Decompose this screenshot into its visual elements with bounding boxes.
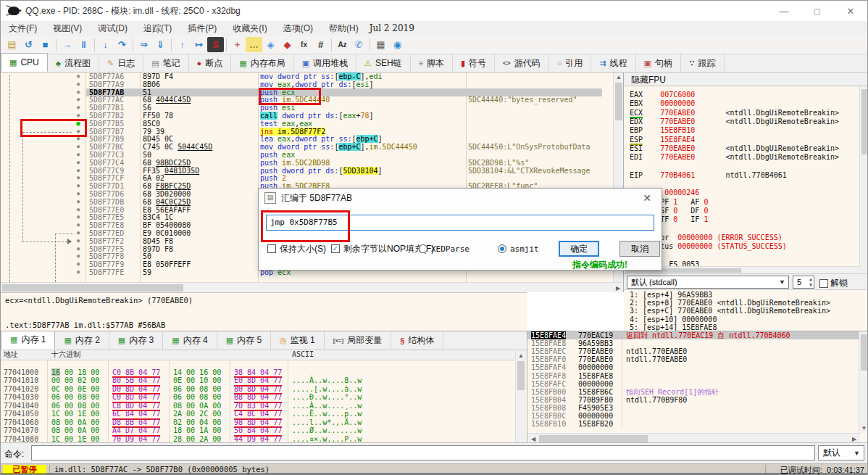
patches-icon[interactable]: +: [229, 37, 246, 52]
argument-row[interactable]: 3: [esp+C] 770EABE0 <ntdll.DbgUiRemoteBr…: [630, 307, 830, 315]
disasm-row[interactable]: ● 5D8F77C3 50 push eax: [1, 151, 613, 159]
register-row[interactable]: ECX 770EABE0 <ntdll.DbgUiRemoteBreakin>: [630, 109, 839, 117]
dump-row[interactable]: 7704104006 00 08 00C8 8D 04 7708 00 0A 0…: [1, 393, 18, 402]
register-row[interactable]: EDI 770EABE0 <ntdll.DbgUiRemoteBreakin>: [630, 153, 839, 162]
instruction-input[interactable]: jmp 0x5D8F77B5: [266, 215, 654, 231]
scroll-right-arrow[interactable]: ▶: [850, 436, 859, 442]
radio-selected-icon[interactable]: [498, 244, 506, 253]
command-input[interactable]: [31, 445, 815, 460]
view-tab-CPU[interactable]: ▦ CPU: [1, 53, 48, 72]
stack-row[interactable]: 15E8FAFC 00000000: [527, 380, 868, 388]
dump-tab-局部变量[interactable]: [x=] 局部变量: [325, 331, 391, 350]
pause-icon[interactable]: ‖: [75, 37, 92, 52]
view-tab-引用[interactable]: ○ 引用: [549, 54, 592, 72]
row-dot[interactable]: ●: [73, 198, 83, 206]
row-dot[interactable]: ●: [73, 88, 83, 96]
strings-icon[interactable]: Az: [334, 37, 351, 52]
dump-row[interactable]: 7704100016 00 18 00C0 8B 04 7714 00 16 0…: [1, 360, 18, 368]
view-tab-断点[interactable]: ● 断点: [189, 54, 232, 72]
disasm-row[interactable]: ● 5D8F77AC 68 4044C45D push im.5DC44440 …: [1, 96, 613, 104]
globe-icon[interactable]: ◉: [389, 37, 406, 52]
stack-row[interactable]: 15E8FB04 770B9F80 ntdll.770B9F80: [527, 396, 868, 404]
dump-tab-内存 4[interactable]: ▦ 内存 4: [163, 331, 217, 350]
view-tab-日志[interactable]: ✎ 日志: [99, 54, 143, 72]
stack-panel[interactable]: 15E8FAE4 770EAC19 返回到 ntdll.770EAC19 自 n…: [527, 331, 868, 450]
argument-count-stepper[interactable]: 5▲▼: [793, 276, 814, 289]
labels-icon[interactable]: ◈: [262, 37, 279, 52]
view-tab-SEH链[interactable]: ⚠ SEH链: [356, 54, 411, 72]
bookmarks-icon[interactable]: ◆: [279, 37, 296, 52]
minimize-button[interactable]: —: [767, 1, 801, 21]
step-into-icon[interactable]: ↓: [97, 37, 114, 52]
argument-row[interactable]: 4: [esp+10] 00000000: [630, 315, 717, 323]
row-dot[interactable]: ●: [73, 245, 83, 253]
view-tab-调用堆栈[interactable]: ▣ 调用堆栈: [294, 54, 356, 72]
xedparse-radio[interactable]: XEDParse: [419, 241, 470, 257]
scrollbar-thumb[interactable]: [861, 89, 867, 154]
row-dot[interactable]: ●: [73, 73, 83, 80]
spinner-arrows-icon[interactable]: ▲▼: [809, 276, 813, 288]
disasm-row[interactable]: ● 5D8F77B2 FF50 78 call dword ptr ds:[ea…: [1, 112, 613, 120]
checkbox-icon[interactable]: [267, 244, 276, 253]
cancel-button[interactable]: 取消: [619, 241, 660, 257]
restart-icon[interactable]: ↺: [20, 37, 37, 52]
dump-row[interactable]: 7704106008 00 0A 00D8 8B 04 7702 00 04 0…: [1, 410, 18, 418]
row-dot[interactable]: ●: [73, 80, 83, 88]
stop-icon[interactable]: ■: [37, 37, 54, 52]
dump-row[interactable]: 770410801C 00 1E 0070 D9 04 7728 00 2A 0…: [1, 426, 18, 435]
phone-icon[interactable]: ✆: [351, 37, 367, 52]
row-dot[interactable]: ●: [73, 174, 83, 182]
view-tab-流程图[interactable]: ♣ 流程图: [48, 54, 99, 72]
row-dot[interactable]: ●: [73, 151, 83, 159]
scrollbar-thumb[interactable]: [517, 361, 525, 390]
asmjit-radio[interactable]: asmjit: [498, 241, 539, 257]
row-dot[interactable]: ●: [73, 221, 83, 229]
disasm-row[interactable]: ● 5D8F77C9 FF35 0481D35D push dword ptr …: [1, 167, 613, 175]
register-row[interactable]: EAX 007C6000: [630, 91, 695, 99]
checkbox-icon[interactable]: [819, 279, 828, 288]
ok-button[interactable]: 确定: [559, 241, 599, 257]
step-over-icon[interactable]: ↷: [114, 37, 130, 52]
checkbox-checked-icon[interactable]: ✓: [331, 244, 340, 253]
row-dot[interactable]: ●: [73, 190, 83, 198]
dump-tab-内存 5[interactable]: ▦ 内存 5: [217, 331, 271, 350]
disasm-row[interactable]: ● 5D8F77C4 68 98BDC25D push im.5DC2BD98 …: [1, 159, 613, 167]
hash-icon[interactable]: #: [312, 37, 329, 52]
dump-tab-结构体[interactable]: § 结构体: [391, 331, 443, 350]
view-tab-跟踪[interactable]: ∵ 跟踪: [681, 54, 725, 72]
run-icon[interactable]: →: [59, 37, 75, 52]
stack-row[interactable]: 15E8FAF8 15E8FAE8: [527, 372, 868, 380]
execute-till-return-icon[interactable]: ↑: [174, 37, 191, 52]
registers-vertical-scrollbar[interactable]: [859, 86, 868, 273]
stack-row[interactable]: 15E8FB00 15E8FB6C 指向SEH_Record[1]的指针: [527, 388, 868, 396]
row-dot[interactable]: ●: [73, 112, 83, 120]
view-tab-线程[interactable]: ⇉ 线程: [591, 54, 635, 72]
calling-convention-select[interactable]: 默认 (stdcall)▼: [627, 276, 789, 289]
row-dot[interactable]: ●: [73, 252, 83, 260]
maximize-button[interactable]: □: [801, 1, 834, 21]
disasm-horizontal-scrollbar[interactable]: ▶: [1, 282, 624, 292]
stack-row[interactable]: 15E8FB08 F45905E3: [527, 404, 868, 412]
view-tab-内存布局[interactable]: ▦ 内存布局: [231, 54, 293, 72]
breakpoint-dot[interactable]: ●: [73, 120, 83, 128]
scrollbar-thumb[interactable]: [539, 435, 648, 442]
disasm-row[interactable]: ● 5D8F77B9 8D45 0C lea eax,dword ptr ss:…: [1, 135, 613, 143]
row-dot[interactable]: ●: [73, 213, 83, 221]
dump-tab-内存 3[interactable]: ▦ 内存 3: [109, 331, 163, 350]
scroll-right-arrow[interactable]: ▶: [614, 285, 622, 292]
comments-icon[interactable]: …: [246, 37, 262, 52]
scroll-up-arrow[interactable]: ▲: [614, 74, 624, 80]
view-tab-符号[interactable]: ▮ 符号: [453, 54, 495, 72]
scroll-down-arrow[interactable]: ▼: [859, 425, 868, 431]
dump-tab-内存 1[interactable]: ▦ 内存 1: [1, 331, 55, 350]
disasm-row[interactable]: ● 5D8F77B7 79 39 jns im.5D8F77F2: [1, 128, 613, 136]
dump-row[interactable]: 770410501C 00 1E 006C 84 04 772A 00 2C 0…: [1, 402, 18, 410]
dump-row[interactable]: 770410200C 00 0E 00D0 8D 04 7706 00 08 0…: [1, 376, 18, 385]
register-row[interactable]: EBP 15E8FB10: [630, 126, 695, 135]
disasm-row[interactable]: ● 5D8F77AB 51 push ecx: [1, 88, 613, 96]
stack-vertical-scrollbar[interactable]: ▼: [859, 331, 868, 433]
row-dot[interactable]: ●: [73, 260, 83, 268]
menu-item-6[interactable]: 选项(O): [275, 23, 321, 33]
row-dot[interactable]: ●: [73, 143, 83, 151]
row-dot[interactable]: ●: [73, 128, 83, 136]
